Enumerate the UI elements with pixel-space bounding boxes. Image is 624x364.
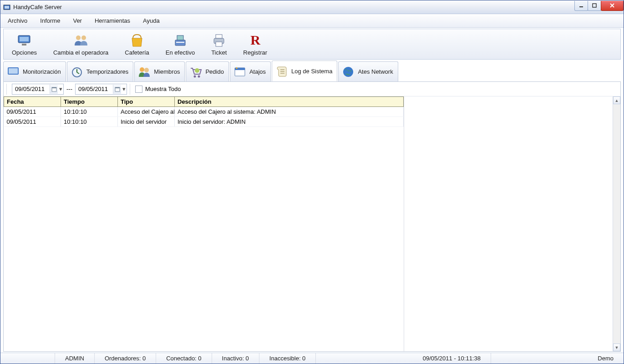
app-window: HandyCafe Server Archivo Informe Ver Her… (0, 0, 624, 364)
calendar-icon[interactable] (50, 85, 58, 94)
tab-label: Pedido (205, 68, 223, 75)
menu-archivo[interactable]: Archivo (5, 16, 30, 25)
window-controls (575, 1, 624, 11)
svg-rect-2 (579, 6, 583, 7)
chevron-down-icon[interactable]: ▾ (58, 85, 63, 94)
tab-label: Log de Sistema (291, 68, 332, 75)
tab-temporizadores[interactable]: Temporizadores (67, 61, 134, 81)
status-blank (0, 353, 55, 364)
grip[interactable] (6, 84, 9, 95)
svg-point-7 (76, 35, 81, 40)
cell-desc: Acceso del Cajero al sistema: ADMIN (175, 107, 404, 117)
col-descripcion[interactable]: Descripción (175, 97, 404, 107)
titlebar[interactable]: HandyCafe Server (0, 0, 624, 14)
date-to-picker[interactable]: ▾ (75, 84, 127, 95)
cell-desc: Inicio del servidor: ADMIN (175, 117, 404, 127)
svg-rect-1 (5, 6, 9, 9)
col-tipo[interactable]: Tipo (118, 97, 175, 107)
scroll-up-icon[interactable]: ▲ (613, 96, 620, 104)
cash-register-icon (172, 33, 188, 48)
svg-point-8 (81, 35, 86, 40)
minimize-button[interactable] (574, 1, 588, 11)
cell-tiempo: 10:10:10 (61, 117, 118, 127)
col-tiempo[interactable]: Tiempo (61, 97, 118, 107)
window-title: HandyCafe Server (13, 4, 575, 10)
tab-log-sistema[interactable]: Log de Sistema (272, 61, 337, 81)
log-table-container[interactable]: Fecha Tiempo Tipo Descripción 09/05/2011… (4, 96, 404, 351)
tab-pedido[interactable]: Pedido (186, 61, 228, 81)
toolbar-label: Registrar (243, 49, 267, 56)
printer-icon (211, 33, 227, 48)
svg-rect-28 (52, 87, 56, 88)
scroll-space: ▲ ▼ (404, 96, 620, 351)
date-from-input[interactable] (12, 85, 50, 93)
table-header-row: Fecha Tiempo Tipo Descripción (4, 97, 404, 107)
cell-fecha: 09/05/2011 (4, 117, 61, 127)
toolbar-label: En efectivo (166, 49, 195, 56)
toolbar-ticket[interactable]: Ticket (203, 30, 235, 58)
menu-herramientas[interactable]: Herramientas (92, 16, 133, 25)
show-all-label: Muestra Todo (145, 86, 181, 92)
menu-informe[interactable]: Informe (37, 16, 63, 25)
tab-label: Temporizadores (86, 68, 129, 75)
register-r-icon: R (248, 33, 263, 48)
calendar-icon[interactable] (113, 85, 121, 94)
maximize-button[interactable] (588, 1, 601, 11)
svg-rect-14 (216, 42, 222, 46)
cell-tiempo: 10:10:10 (61, 107, 118, 117)
vertical-scrollbar[interactable]: ▲ ▼ (613, 96, 620, 351)
status-conectado: Conectado: 0 (156, 353, 212, 364)
show-all-checkbox[interactable] (135, 86, 142, 93)
toolbar-label: Ticket (211, 49, 227, 56)
toolbar-cambia-operadora[interactable]: Cambia el operadora (45, 30, 117, 58)
monitor-icon (16, 33, 32, 48)
date-from-picker[interactable]: ▾ (12, 84, 64, 95)
toolbar-label: Cafetería (125, 49, 149, 56)
globe-icon (341, 65, 355, 79)
cell-fecha: 09/05/2011 (4, 107, 61, 117)
status-inactivo: Inactivo: 0 (212, 353, 259, 364)
tab-label: Ates Network (358, 68, 393, 75)
table-row[interactable]: 09/05/2011 10:10:10 Acceso del Cajero al… (4, 107, 404, 117)
cell-tipo: Inicio del servidor (118, 117, 175, 127)
status-datetime: 09/05/2011 - 10:11:38 (413, 353, 491, 364)
people-icon (73, 33, 89, 48)
date-separator: --- (66, 86, 72, 92)
toolbar-registrar[interactable]: R Registrar (235, 30, 275, 58)
close-button[interactable] (601, 1, 624, 11)
tab-label: Miembros (154, 68, 180, 75)
filter-bar: ▾ --- ▾ Muestra Todo (4, 82, 620, 96)
menubar: Archivo Informe Ver Herramientas Ayuda (0, 14, 624, 28)
svg-rect-10 (177, 35, 183, 40)
svg-rect-6 (22, 44, 26, 46)
svg-rect-5 (20, 37, 29, 41)
window-star-icon (233, 65, 247, 79)
svg-point-19 (140, 67, 144, 72)
scroll-track[interactable] (613, 104, 620, 344)
tab-miembros[interactable]: Miembros (134, 61, 185, 81)
status-inaccesible: Inaccesible: 0 (259, 353, 316, 364)
toolbar-label: Cambia el operadora (53, 49, 108, 56)
col-fecha[interactable]: Fecha (4, 97, 61, 107)
table-row[interactable]: 09/05/2011 10:10:10 Inicio del servidor … (4, 117, 404, 127)
menu-ayuda[interactable]: Ayuda (140, 16, 162, 25)
toolbar-opciones[interactable]: Opciones (4, 30, 45, 58)
bag-icon (129, 33, 145, 48)
chevron-down-icon[interactable]: ▾ (121, 85, 127, 94)
svg-rect-13 (216, 35, 222, 38)
tab-atajos[interactable]: Atajos (230, 61, 271, 81)
grip[interactable] (130, 84, 132, 95)
tab-ates-network[interactable]: Ates Network (338, 61, 398, 81)
toolbar-cafeteria[interactable]: Cafetería (117, 30, 157, 58)
screen-icon (6, 65, 20, 79)
app-icon (3, 4, 10, 11)
svg-point-20 (144, 68, 149, 72)
scroll-down-icon[interactable]: ▼ (613, 344, 620, 351)
tabbar: Monitorización Temporizadores Miembros P… (0, 60, 624, 81)
date-to-input[interactable] (76, 85, 113, 93)
status-mode: Demo (588, 353, 624, 364)
menu-ver[interactable]: Ver (70, 16, 85, 25)
toolbar-efectivo[interactable]: En efectivo (157, 30, 203, 58)
tab-monitorizacion[interactable]: Monitorización (3, 61, 66, 81)
svg-rect-17 (9, 68, 18, 74)
